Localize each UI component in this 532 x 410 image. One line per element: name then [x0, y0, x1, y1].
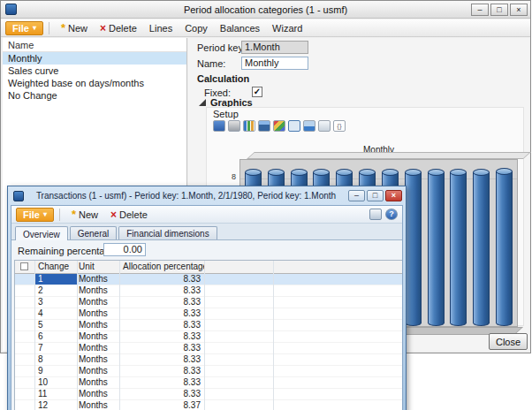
allocation-percentage-cell[interactable]: 8.33	[119, 308, 204, 319]
graphics-expander-icon[interactable]	[199, 99, 206, 106]
close-button[interactable]: Close	[489, 333, 528, 350]
unit-cell[interactable]: Months	[77, 377, 119, 388]
allocation-percentage-cell[interactable]: 8.33	[119, 297, 204, 308]
change-cell[interactable]: 1	[34, 274, 77, 285]
row-select-cell[interactable]	[15, 366, 34, 376]
table-row[interactable]: 9Months8.33	[15, 366, 403, 377]
delete-button[interactable]: × Delete	[94, 21, 143, 35]
change-cell[interactable]: 8	[34, 354, 77, 365]
change-cell[interactable]: 2	[34, 285, 77, 296]
change-cell[interactable]: 11	[34, 389, 77, 399]
unit-cell[interactable]: Months	[77, 274, 119, 285]
row-select-cell[interactable]	[15, 377, 34, 388]
table-row[interactable]: 10Months8.33	[15, 377, 403, 389]
allocation-percentage-cell[interactable]: 8.33	[119, 366, 204, 376]
allocation-percentage-cell[interactable]: 8.33	[119, 377, 204, 388]
table-row[interactable]: 6Months8.33	[15, 331, 403, 343]
row-select-cell[interactable]	[15, 308, 34, 319]
close-window-button[interactable]: ×	[385, 190, 402, 201]
unit-cell[interactable]: Months	[77, 366, 119, 376]
column-header-change[interactable]: Change	[34, 261, 77, 273]
column-header-name[interactable]: Name	[3, 38, 186, 52]
table-row[interactable]: 2Months8.33	[15, 285, 403, 297]
unit-cell[interactable]: Months	[77, 308, 119, 319]
save-icon[interactable]	[213, 120, 225, 132]
column-header-allocation-percentage[interactable]: Allocation percentage	[119, 261, 204, 273]
allocation-percentage-cell[interactable]: 8.33	[119, 274, 204, 285]
list-item[interactable]: Sales curve	[3, 65, 186, 77]
change-cell[interactable]: 5	[34, 320, 77, 330]
balances-button[interactable]: Balances	[214, 21, 266, 35]
palette-icon[interactable]	[273, 120, 285, 132]
minimize-button[interactable]: –	[471, 4, 489, 16]
list-item[interactable]: Monthly	[3, 52, 186, 65]
file-menu-button[interactable]: File ▾	[5, 21, 43, 35]
unit-cell[interactable]: Months	[77, 343, 119, 353]
chart-area-icon[interactable]	[303, 120, 315, 132]
list-item[interactable]: Weighted base on days/months	[3, 77, 186, 89]
unit-cell[interactable]: Months	[77, 354, 119, 365]
row-select-cell[interactable]	[15, 274, 34, 285]
print-icon[interactable]	[228, 120, 240, 132]
table-row[interactable]: 1Months8.33	[15, 274, 403, 285]
unit-cell[interactable]: Months	[77, 297, 119, 308]
unit-cell[interactable]: Months	[77, 320, 119, 330]
change-cell[interactable]: 10	[34, 377, 77, 388]
table-row[interactable]: 5Months8.33	[15, 320, 403, 331]
lines-button[interactable]: Lines	[143, 21, 179, 35]
braces-icon[interactable]: {}	[333, 120, 346, 132]
file-menu-button[interactable]: File ▾	[16, 208, 54, 222]
chart-columns-icon[interactable]	[243, 120, 255, 132]
allocation-percentage-cell[interactable]: 8.37	[119, 400, 204, 410]
row-select-cell[interactable]	[15, 389, 34, 399]
maximize-button[interactable]: □	[367, 190, 384, 201]
refresh-icon[interactable]	[288, 120, 300, 132]
remaining-percentage-field[interactable]: 0.00	[103, 243, 146, 256]
unit-cell[interactable]: Months	[77, 285, 119, 296]
allocation-percentage-cell[interactable]: 8.33	[119, 354, 204, 365]
row-select-cell[interactable]	[15, 331, 34, 342]
allocation-percentage-cell[interactable]: 8.33	[119, 285, 204, 296]
table-row[interactable]: 11Months8.33	[15, 389, 403, 400]
table-icon[interactable]	[318, 120, 331, 132]
change-cell[interactable]: 3	[34, 297, 77, 308]
close-window-button[interactable]: ×	[510, 4, 528, 16]
new-button[interactable]: * New	[65, 208, 104, 222]
change-cell[interactable]: 7	[34, 343, 77, 353]
row-select-cell[interactable]	[15, 400, 34, 410]
period-key-field[interactable]: 1.Month	[241, 41, 308, 54]
grid-view-icon[interactable]	[369, 209, 382, 220]
table-row[interactable]: 3Months8.33	[15, 297, 403, 308]
maximize-button[interactable]: □	[490, 4, 508, 16]
allocation-percentage-cell[interactable]: 8.33	[119, 343, 204, 353]
copy-button[interactable]: Copy	[179, 21, 214, 35]
allocation-percentage-cell[interactable]: 8.33	[119, 389, 204, 399]
list-item[interactable]: No Change	[3, 89, 186, 102]
unit-cell[interactable]: Months	[77, 400, 119, 410]
row-select-cell[interactable]	[15, 320, 34, 330]
column-header-unit[interactable]: Unit	[77, 261, 119, 273]
change-cell[interactable]: 9	[34, 366, 77, 376]
change-cell[interactable]: 12	[34, 400, 77, 410]
table-row[interactable]: 8Months8.33	[15, 354, 403, 366]
tab-overview[interactable]: Overview	[15, 226, 68, 240]
change-cell[interactable]: 6	[34, 331, 77, 342]
table-row[interactable]: 7Months8.33	[15, 343, 403, 354]
allocation-percentage-cell[interactable]: 8.33	[119, 320, 204, 330]
change-cell[interactable]: 4	[34, 308, 77, 319]
table-row[interactable]: 4Months8.33	[15, 308, 403, 320]
fixed-checkbox[interactable]: ✓	[252, 87, 262, 97]
wizard-button[interactable]: Wizard	[266, 21, 308, 35]
unit-cell[interactable]: Months	[77, 331, 119, 342]
chart-cylinder-icon[interactable]	[258, 120, 270, 132]
row-select-cell[interactable]	[15, 297, 34, 308]
unit-cell[interactable]: Months	[77, 389, 119, 399]
tab-financial-dimensions[interactable]: Financial dimensions	[118, 226, 217, 239]
row-select-cell[interactable]	[15, 285, 34, 296]
table-row[interactable]: 12Months8.37	[15, 400, 403, 410]
select-all-checkbox[interactable]	[20, 262, 28, 270]
row-select-cell[interactable]	[15, 343, 34, 353]
help-icon[interactable]: ?	[385, 209, 398, 220]
delete-button[interactable]: × Delete	[104, 208, 154, 222]
row-select-cell[interactable]	[15, 354, 34, 365]
